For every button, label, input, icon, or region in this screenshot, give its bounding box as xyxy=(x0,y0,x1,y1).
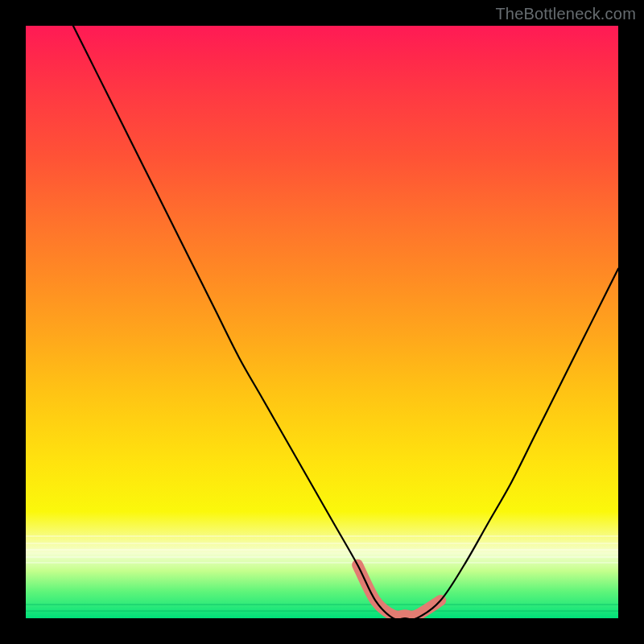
chart-svg xyxy=(26,26,618,618)
plot-area xyxy=(26,26,618,618)
watermark-text: TheBottleneck.com xyxy=(495,5,636,23)
chart-frame: TheBottleneck.com xyxy=(0,0,644,644)
bottleneck-curve-path xyxy=(73,26,618,618)
